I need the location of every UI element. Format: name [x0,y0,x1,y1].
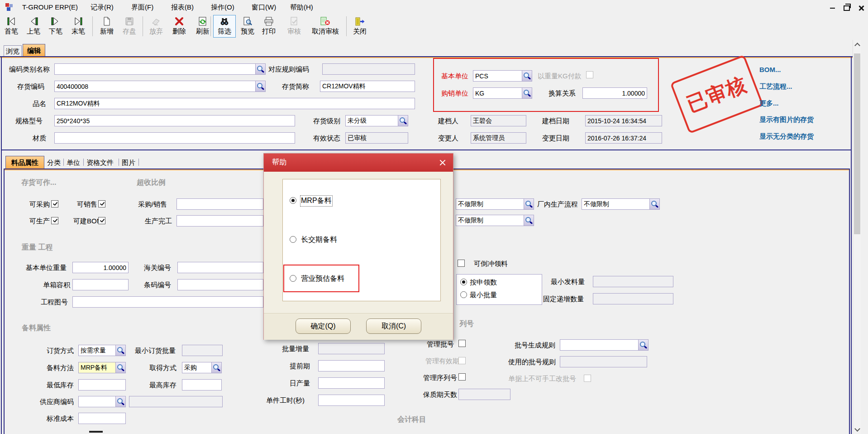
factory-flow-input[interactable] [582,198,649,210]
pay-by-weight-checkbox[interactable] [586,71,593,78]
serial-checkbox[interactable] [458,373,466,381]
lead-time-input[interactable] [318,360,385,371]
modifier-input[interactable] [471,132,526,144]
lookup-button[interactable] [115,362,126,373]
subtab-unit[interactable]: 单位 [67,158,80,167]
long-leadtime-option-radio[interactable] [290,236,296,243]
fixed-increment-input[interactable] [593,293,673,304]
material-input[interactable] [54,132,295,144]
limit2-input[interactable] [456,215,524,226]
lookup-button[interactable] [398,115,408,126]
customs-code-input[interactable] [177,262,263,273]
restore-button[interactable] [841,4,853,13]
drawing-no-input[interactable] [72,296,263,308]
new-button[interactable]: 新增 [96,15,117,38]
subtab-category[interactable]: 分类 [47,158,61,167]
lookup-button[interactable] [522,70,532,82]
preview-button[interactable]: 预览 [237,15,258,38]
acquire-mode-input[interactable] [182,362,211,373]
min-issue-input[interactable] [593,276,673,287]
trade-unit-input[interactable] [473,87,522,99]
tab-browse[interactable]: 浏览 [4,45,22,56]
lookup-button[interactable] [524,198,534,210]
menu-window[interactable]: 窗口(W) [250,2,278,12]
first-record-button[interactable]: 首笔 [1,15,22,38]
lot-rule-input[interactable] [560,339,638,351]
subtab-qualification[interactable]: 资格文件 [86,158,114,167]
minimize-button[interactable] [826,4,838,13]
barcode-input[interactable] [177,279,263,290]
sellable-checkbox[interactable] [98,200,105,207]
next-record-button[interactable]: 下笔 [45,15,66,38]
audit-button[interactable]: 审核 [284,15,305,38]
sales-forecast-option-label[interactable]: 营业预估备料 [301,274,344,284]
short-name-input[interactable] [320,81,415,92]
supplier-code-input[interactable] [78,396,115,407]
subtab-image[interactable]: 图片 [122,158,135,167]
close-form-button[interactable]: 关闭 [349,15,370,38]
lookup-button[interactable] [522,87,532,99]
no-manual-lot-checkbox[interactable] [584,375,591,382]
close-button[interactable] [855,4,867,13]
delete-button[interactable]: 删除 [169,15,190,38]
producible-checkbox[interactable] [51,217,58,224]
shelf-days-input[interactable] [458,389,510,400]
base-weight-input[interactable] [72,262,129,273]
process-flow-link[interactable]: 工艺流程... [759,82,792,91]
supplier-name-input[interactable] [129,396,223,407]
box-volume-input[interactable] [72,279,129,290]
base-unit-input[interactable] [473,70,522,82]
used-lot-rule-input[interactable] [560,356,647,367]
save-button[interactable]: 存盘 [119,15,140,38]
level-input[interactable] [345,115,398,126]
cancel-dialog-button[interactable]: 取消(C) [366,318,421,334]
show-unclassified-link[interactable]: 显示无分类的存货 [759,132,814,141]
mrp-option-radio[interactable] [290,197,296,204]
po-sale-input[interactable] [176,198,263,210]
long-leadtime-option-label[interactable]: 长交期备料 [301,235,337,245]
lookup-button[interactable] [115,396,126,407]
lookup-button[interactable] [255,63,266,75]
subtab-item-attributes[interactable]: 料品属性 [5,156,44,169]
print-button[interactable]: 打印 [258,15,279,38]
unit-work-time-input[interactable] [318,395,385,406]
scroll-up-button[interactable] [853,40,861,49]
spec-input[interactable] [54,115,295,126]
bom-link[interactable]: BOM... [759,66,781,73]
prev-record-button[interactable]: 上笔 [23,15,44,38]
min-stock-input[interactable] [78,379,126,391]
scroll-down-button[interactable] [853,425,861,434]
lot-checkbox[interactable] [458,340,466,347]
abandon-button[interactable]: 放弃 [146,15,167,38]
scrollbar-thumb[interactable] [854,53,860,234]
sales-forecast-option-radio[interactable] [290,275,296,282]
max-stock-input[interactable] [182,379,222,391]
menu-interface[interactable]: 界面(F) [129,2,155,12]
filter-button[interactable]: 筛选 [213,15,236,38]
expiry-checkbox[interactable] [458,357,466,364]
cancel-audit-button[interactable]: 取消审核 [307,15,344,38]
lookup-button[interactable] [649,198,660,210]
menu-help[interactable]: 帮助(H) [288,2,315,12]
lookup-button[interactable] [524,215,534,226]
mrp-option-label[interactable]: MRP备料 [301,196,332,206]
product-name-input[interactable] [54,98,415,109]
menu-report[interactable]: 报表(B) [169,2,196,12]
by-request-radio[interactable] [460,279,467,285]
min-batch-radio[interactable] [460,291,467,298]
order-mode-input[interactable] [78,345,115,356]
lookup-button[interactable] [638,339,649,351]
limit1-input[interactable] [456,198,524,210]
creator-input[interactable] [471,115,526,126]
ok-button[interactable]: 确定(Q) [296,318,351,334]
prod-done-input[interactable] [176,215,263,227]
backflush-checkbox[interactable] [458,260,465,267]
rule-code-input[interactable] [322,63,415,75]
dialog-close-icon[interactable] [439,159,447,167]
can-bom-checkbox[interactable] [98,217,105,224]
menu-operation[interactable]: 操作(O) [209,2,236,12]
more-link[interactable]: 更多... [759,99,779,108]
tab-edit[interactable]: 编辑 [23,44,45,56]
lookup-button[interactable] [211,362,222,373]
show-with-image-link[interactable]: 显示有图片的存货 [759,116,814,124]
